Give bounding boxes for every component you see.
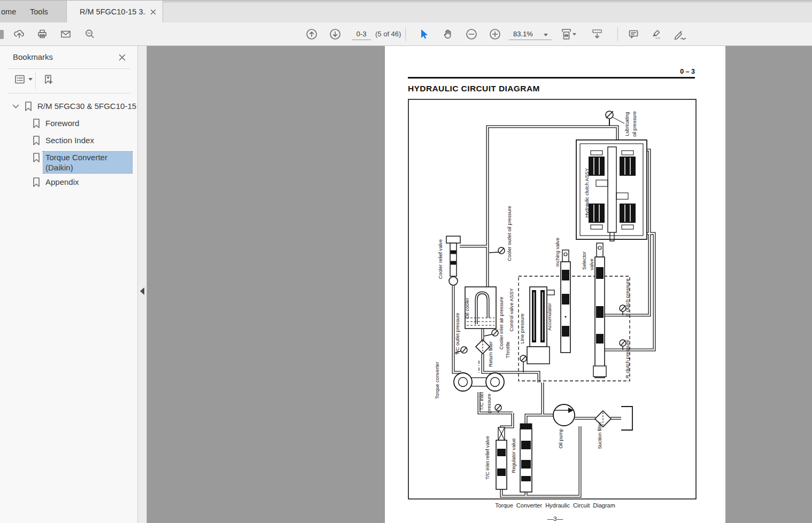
select-cursor-icon — [418, 28, 430, 40]
label-tc-inlet-pressure: pressure — [486, 394, 492, 413]
document-background[interactable]: 0 – 3 HYDRAULIC CIRCUIT DIAGRAM — [147, 46, 812, 523]
label-selector-valve: valve — [589, 259, 594, 270]
tank-symbol — [621, 407, 632, 430]
bookmark-item-appendix[interactable]: Appendix — [0, 176, 138, 189]
cooler-relief-valve-symbol — [446, 236, 460, 285]
zoom-in-button[interactable] — [487, 26, 503, 42]
label-oil-cooler: Oil cooler — [465, 298, 470, 318]
bookmark-item-label: Section Index — [45, 136, 94, 145]
arrow-up-circle-icon — [305, 28, 318, 41]
diagram-border — [408, 99, 696, 499]
tab-tools-label: Tools — [30, 7, 48, 16]
tab-home-label: ome — [1, 7, 16, 16]
header-rule — [408, 77, 695, 79]
highlight-button[interactable] — [648, 26, 664, 42]
previous-page-button[interactable] — [304, 26, 320, 42]
envelope-icon — [60, 28, 72, 40]
tab-document-label: R/M 5FGC10-15 3... — [80, 7, 146, 16]
regulator-valve-symbol — [520, 424, 532, 492]
bookmark-ribbon-icon — [32, 135, 41, 146]
collapse-panel-icon[interactable] — [140, 287, 144, 295]
toolbar-separator — [405, 27, 406, 41]
new-bookmark-button[interactable] — [42, 73, 55, 86]
fill-sign-button[interactable] — [672, 26, 688, 42]
oil-pump-symbol — [553, 404, 575, 426]
selector-valve-symbol — [593, 243, 606, 378]
lubricating-pressure-gauge — [606, 111, 624, 126]
bookmark-item-torque-converter[interactable]: Torque Converter (Daikin) — [0, 152, 138, 175]
search-button[interactable] — [82, 26, 98, 42]
torque-converter-symbol — [454, 361, 504, 391]
main-toolbar: 0-3 (5 of 46) 83.1% — [0, 22, 812, 46]
page-corner-reference: 0 – 3 — [680, 68, 695, 75]
content-area: Bookmarks — [0, 46, 812, 523]
next-page-button[interactable] — [327, 26, 343, 42]
label-f-clutch-pressure: F clutch pressure — [625, 278, 630, 316]
tab-bar: ome Tools R/M 5FGC10-15 3... — [0, 0, 812, 22]
tab-home[interactable]: ome — [0, 1, 24, 23]
hand-tool-button[interactable] — [440, 26, 456, 42]
options-caret-icon — [28, 78, 33, 81]
tab-document[interactable]: R/M 5FGC10-15 3... — [66, 1, 163, 23]
hand-icon — [442, 28, 454, 40]
zoom-level-control[interactable]: 83.1% — [509, 29, 552, 40]
page-count-label: (5 of 46) — [375, 30, 401, 38]
zoom-out-button[interactable] — [463, 26, 480, 42]
label-selector-valve: Selector — [582, 252, 587, 270]
bookmark-root-label: R/M 5FGC30 & 5FGC10-15 — [37, 102, 136, 111]
bookmarks-header: Bookmarks — [0, 46, 138, 68]
bookmark-item-label: Foreword — [45, 119, 79, 128]
label-lubricating-oil-pressure: Lubricating — [624, 112, 630, 136]
bookmarks-close-icon[interactable] — [117, 52, 127, 63]
label-r-clutch-pressure: R clutch pressure — [625, 340, 630, 378]
collapse-toolbar-button[interactable] — [589, 26, 605, 42]
bookmark-root[interactable]: R/M 5FGC30 & 5FGC10-15 — [0, 100, 138, 113]
label-throttle: Throttle — [505, 341, 511, 358]
label-cooler-inlet-air-pressure: Cooler inlet air pressure — [499, 297, 504, 350]
collapse-toolbar-icon — [591, 28, 603, 40]
email-button[interactable] — [58, 26, 74, 42]
chevron-down-icon[interactable] — [12, 104, 19, 109]
label-hydraulic-clutch-assy: Hydraulic clutch ASSY — [584, 168, 590, 218]
bookmark-ribbon-icon — [24, 101, 33, 112]
bookmark-ribbon-icon — [32, 152, 41, 163]
label-torque-converter: Torque converter — [435, 362, 440, 399]
label-suction-filter: Suction filter — [597, 421, 602, 449]
page-fit-icon — [560, 28, 576, 41]
panel-divider — [7, 93, 130, 93]
share-upload-button[interactable] — [11, 26, 27, 42]
bookmark-options-button[interactable] — [14, 73, 33, 86]
bookmark-item-label-selected: Torque Converter (Daikin) — [43, 152, 132, 173]
tab-close-icon[interactable] — [149, 7, 157, 16]
arrow-down-circle-icon — [329, 28, 342, 41]
search-icon — [84, 28, 96, 40]
acrobat-window: ome Tools R/M 5FGC10-15 3... — [0, 0, 812, 523]
panel-toolbar-separator — [35, 72, 36, 89]
label-line-pressure: Line pressure — [520, 314, 525, 344]
inching-valve-symbol — [561, 250, 570, 353]
bookmark-item-section-index[interactable]: Section Index — [0, 135, 138, 147]
comment-bubble-icon — [628, 28, 639, 40]
zoom-level-value: 83.1% — [513, 29, 533, 40]
tc-inlet-relief-valve-symbol — [496, 427, 507, 489]
label-oil-pump: Oil pump — [558, 428, 563, 448]
page-fit-button[interactable] — [560, 26, 576, 42]
bookmarks-toolbar — [0, 69, 138, 92]
comment-button[interactable] — [625, 26, 641, 42]
label-tc-inlet-relief-valve: T/C inlet relief valve — [485, 436, 490, 480]
select-tool-button[interactable] — [416, 26, 432, 42]
tab-tools[interactable]: Tools — [22, 1, 56, 23]
page-number-footer: —3— — [385, 516, 725, 522]
print-button[interactable] — [34, 26, 50, 42]
hydraulic-circuit-diagram: Lubricating oil pressure Hydraulic clutc… — [408, 99, 697, 499]
label-return-filter: Return filter — [488, 341, 493, 367]
bookmark-item-foreword[interactable]: Foreword — [0, 118, 138, 130]
label-regulator-value: Regulator value — [511, 438, 516, 473]
bookmarks-panel: Bookmarks — [0, 46, 138, 523]
new-bookmark-icon — [42, 73, 55, 86]
cloud-upload-icon — [13, 28, 25, 40]
pdf-page: 0 – 3 HYDRAULIC CIRCUIT DIAGRAM — [385, 46, 725, 523]
plus-circle-icon — [489, 28, 501, 41]
panel-collapse-strip[interactable] — [138, 46, 147, 523]
page-number-input[interactable]: 0-3 — [352, 29, 371, 40]
